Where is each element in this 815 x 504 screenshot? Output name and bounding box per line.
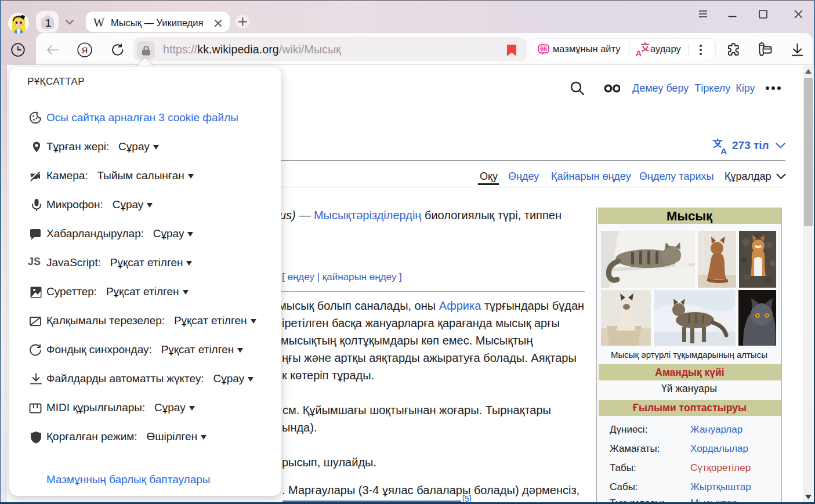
svg-text:66: 66 [540,45,547,52]
svg-text:A: A [636,48,642,57]
svg-text:1: 1 [45,17,52,29]
svg-text:Я: Я [82,46,88,55]
svg-text:A: A [720,146,727,155]
